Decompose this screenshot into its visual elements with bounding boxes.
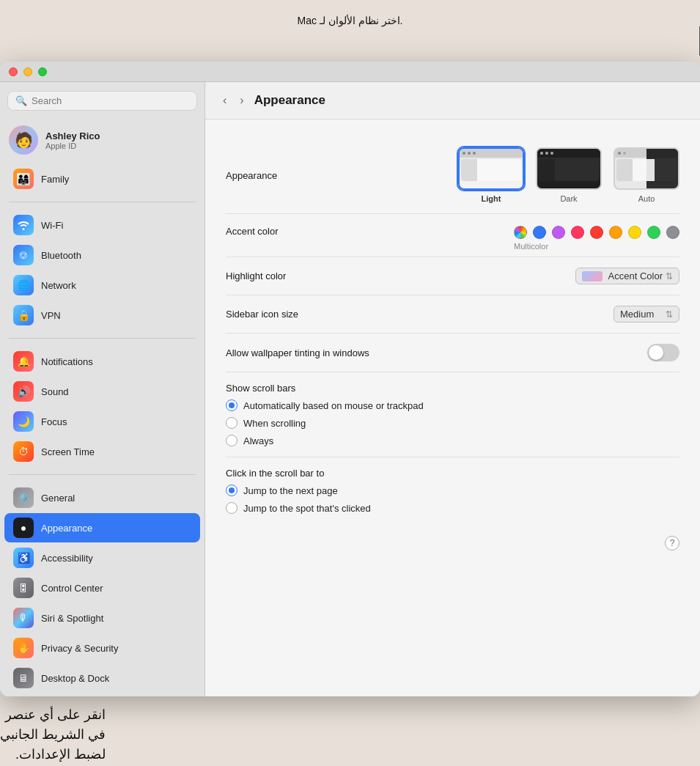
tooltip-text: .اختر نظام الألوان لـ Mac xyxy=(298,15,403,26)
sidebar-icon-size-dropdown[interactable]: Medium ⇅ xyxy=(614,306,679,323)
highlight-color-dropdown[interactable]: Accent Color ⇅ xyxy=(575,268,679,284)
scroll-auto-radio[interactable]: Automatically based on mouse or trackpad xyxy=(226,399,679,411)
wifi-label: Wi-Fi xyxy=(41,220,63,231)
sidebar-item-notifications[interactable]: 🔔 Notifications xyxy=(4,347,200,376)
controlcenter-icon: 🎛 xyxy=(13,578,34,598)
siri-label: Siri & Spotlight xyxy=(41,613,103,624)
highlight-color-row: Highlight color Accent Color ⇅ xyxy=(226,257,679,295)
network-label: Network xyxy=(41,280,76,291)
sidebar-item-screentime[interactable]: ⏱ Screen Time xyxy=(4,437,200,466)
controlcenter-label: Control Center xyxy=(41,583,103,594)
swatch-graphite[interactable] xyxy=(666,226,679,239)
sidebar-item-desktop[interactable]: 🖥 Desktop & Dock xyxy=(4,663,200,693)
appearance-label: Appearance xyxy=(41,523,92,534)
wallpaper-tinting-toggle[interactable] xyxy=(647,344,679,361)
swatch-multicolor[interactable] xyxy=(514,226,527,239)
user-name: Ashley Rico xyxy=(45,130,100,141)
appearance-icon: ● xyxy=(13,518,34,538)
swatch-orange[interactable] xyxy=(609,226,622,239)
maximize-button[interactable] xyxy=(38,67,47,76)
sidebar-item-network[interactable]: 🌐 Network xyxy=(4,270,200,300)
bluetooth-label: Bluetooth xyxy=(41,250,81,261)
swatch-yellow[interactable] xyxy=(628,226,641,239)
accent-color-row: Accent color xyxy=(226,214,679,257)
sidebar-icon-size-stepper: ⇅ xyxy=(666,309,673,320)
swatch-purple[interactable] xyxy=(552,226,565,239)
sidebar-item-label: Family xyxy=(41,174,69,185)
sidebar-item-siri[interactable]: 🎙 Siri & Spotlight xyxy=(4,603,200,633)
sidebar-item-accessibility[interactable]: ♿ Accessibility xyxy=(4,543,200,572)
annotation-line3: لضبط الإعدادات. xyxy=(15,747,106,762)
click-scroll-section: Click in the scroll bar to Jump to the n… xyxy=(226,457,679,524)
click-scroll-title: Click in the scroll bar to xyxy=(226,468,679,479)
accessibility-icon: ♿ xyxy=(13,548,34,568)
search-bar[interactable]: 🔍 xyxy=(7,91,197,111)
user-profile-item[interactable]: 🧑 Ashley Rico Apple ID xyxy=(0,119,205,161)
sidebar-item-privacy[interactable]: ✋ Privacy & Security xyxy=(4,633,200,663)
screentime-label: Screen Time xyxy=(41,446,95,457)
scroll-auto-circle xyxy=(226,399,237,411)
swatches-row xyxy=(514,226,679,239)
system-preferences-window: 🔍 🧑 Ashley Rico Apple ID 👨‍👩‍👧 Family xyxy=(0,62,700,696)
scroll-when-scrolling-radio[interactable]: When scrolling xyxy=(226,417,679,429)
scroll-always-label: Always xyxy=(243,435,273,446)
accent-color-label: Accent color xyxy=(226,226,279,237)
user-subtitle: Apple ID xyxy=(45,141,100,150)
vpn-icon: 🔒 xyxy=(13,305,34,325)
bottom-help-area: ? xyxy=(226,524,679,556)
swatch-pink[interactable] xyxy=(571,226,584,239)
sidebar-item-controlcenter[interactable]: 🎛 Control Center xyxy=(4,573,200,603)
sidebar-section-network: Wi-Fi ⎊ Bluetooth 🌐 Network 🔒 VPN xyxy=(0,207,205,334)
sidebar-item-family[interactable]: 👨‍👩‍👧 Family xyxy=(4,164,200,194)
focus-icon: 🌙 xyxy=(13,411,34,432)
wallpaper-tinting-label: Allow wallpaper tinting in windows xyxy=(226,347,369,358)
vpn-label: VPN xyxy=(41,310,61,321)
back-button[interactable]: ‹ xyxy=(220,92,229,108)
multicolor-label: Multicolor xyxy=(514,242,543,251)
scroll-auto-label: Automatically based on mouse or trackpad xyxy=(243,400,424,411)
sidebar-item-wifi[interactable]: Wi-Fi xyxy=(4,210,200,240)
minimize-button[interactable] xyxy=(23,67,32,76)
click-spot-clicked-radio[interactable]: Jump to the spot that's clicked xyxy=(226,502,679,514)
swatch-red[interactable] xyxy=(590,226,603,239)
appearance-row-label: Appearance xyxy=(226,170,277,181)
sound-label: Sound xyxy=(41,386,69,397)
sidebar: 🔍 🧑 Ashley Rico Apple ID 👨‍👩‍👧 Family xyxy=(0,82,205,696)
swatch-green[interactable] xyxy=(647,226,660,239)
search-icon: 🔍 xyxy=(15,95,27,106)
light-label: Light xyxy=(482,194,501,203)
help-button[interactable]: ? xyxy=(665,536,679,550)
appearance-option-light[interactable]: Light xyxy=(458,147,524,203)
sidebar-item-vpn[interactable]: 🔒 VPN xyxy=(4,301,200,330)
privacy-label: Privacy & Security xyxy=(41,643,118,654)
auto-preview xyxy=(614,147,679,190)
search-input[interactable] xyxy=(32,95,189,106)
scroll-bars-section: Show scroll bars Automatically based on … xyxy=(226,372,679,457)
sidebar-icon-size-row: Sidebar icon size Medium ⇅ xyxy=(226,295,679,334)
close-button[interactable] xyxy=(9,67,18,76)
highlight-color-label: Highlight color xyxy=(226,270,286,281)
sidebar-divider-2 xyxy=(9,338,196,339)
sidebar-item-general[interactable]: ⚙️ General xyxy=(4,483,200,512)
network-icon: 🌐 xyxy=(13,275,34,295)
appearance-option-dark[interactable]: Dark xyxy=(536,147,602,203)
click-next-page-radio[interactable]: Jump to the next page xyxy=(226,485,679,496)
annotation-line2: في الشريط الجانبي xyxy=(0,727,106,742)
sidebar-item-focus[interactable]: 🌙 Focus xyxy=(4,407,200,436)
scroll-always-radio[interactable]: Always xyxy=(226,435,679,446)
privacy-icon: ✋ xyxy=(13,638,34,658)
annotation-line1: انقر على أي عنصر xyxy=(5,707,106,722)
sidebar-item-sound[interactable]: 🔊 Sound xyxy=(4,377,200,406)
sidebar-divider-3 xyxy=(9,474,196,475)
light-preview xyxy=(458,147,524,190)
appearance-option-auto[interactable]: Auto xyxy=(614,147,679,203)
sound-icon: 🔊 xyxy=(13,381,34,402)
click-spot-clicked-circle xyxy=(226,502,237,514)
highlight-color-value: Accent Color xyxy=(608,270,663,281)
sidebar-item-appearance[interactable]: ● Appearance xyxy=(4,513,200,542)
sidebar-item-bluetooth[interactable]: ⎊ Bluetooth xyxy=(4,240,200,270)
sidebar-icon-size-label: Sidebar icon size xyxy=(226,309,298,320)
forward-button[interactable]: › xyxy=(237,92,246,108)
swatch-blue[interactable] xyxy=(533,226,546,239)
wallpaper-tinting-row: Allow wallpaper tinting in windows xyxy=(226,334,679,372)
